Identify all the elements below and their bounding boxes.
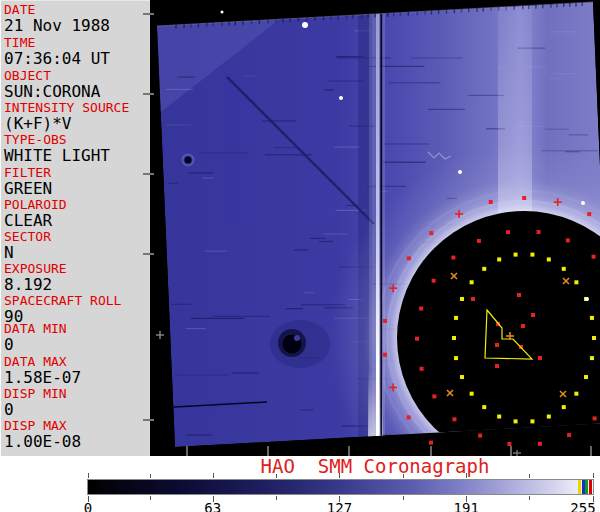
field-label: TIME	[4, 37, 150, 49]
colorbar-tick-label: 0	[84, 501, 92, 512]
field-label: DATA MAX	[4, 356, 150, 368]
field-label: DISP MIN	[4, 388, 150, 400]
field-value: 1.58E-07	[4, 370, 150, 386]
dust-spot	[185, 157, 192, 164]
field-value: WHITE LIGHT	[4, 148, 150, 164]
pylon-dark-line	[380, 0, 382, 450]
field-label: INTENSITY SOURCE	[4, 102, 150, 114]
colorbar-tick	[593, 473, 594, 478]
field-value: (K+F)*V	[4, 116, 150, 132]
field-label: TYPE-OBS	[4, 134, 150, 146]
coronagraph-image-area	[150, 0, 600, 456]
colorbar-minor-tick	[276, 496, 277, 500]
sidebar-field: EXPOSURE8.192	[4, 263, 150, 293]
field-label: DISP MAX	[4, 420, 150, 432]
sidebar-field: TYPE-OBSWHITE LIGHT	[4, 134, 150, 164]
colorbar-tick	[339, 473, 340, 478]
colorbar-minor-tick	[403, 474, 404, 478]
colorbar-tick-label: 191	[454, 501, 479, 512]
colorbar-tick-label: 127	[327, 501, 352, 512]
colorbar-minor-tick	[276, 474, 277, 478]
field-label: DATE	[4, 4, 150, 16]
colorbar-minor-tick	[529, 474, 530, 478]
field-value: CLEAR	[4, 213, 150, 229]
sidebar-field: DISP MIN0	[4, 388, 150, 418]
frame-tick	[143, 419, 154, 421]
frame-tick	[143, 13, 154, 15]
field-value: 8.192	[4, 277, 150, 293]
sidebar-field: DATE21 Nov 1988	[4, 4, 150, 34]
colorbar-tick-label: 63	[204, 501, 221, 512]
field-value: 07:36:04 UT	[4, 51, 150, 67]
sidebar-field: INTENSITY SOURCE(K+F)*V	[4, 102, 150, 132]
field-value: 1.00E-08	[4, 434, 150, 450]
sidebar-field: POLAROIDCLEAR	[4, 199, 150, 229]
colorbar-tick	[88, 473, 89, 478]
colorbar-tick-label: 255	[570, 501, 595, 512]
coronagraph-image	[150, 0, 600, 456]
sidebar-field: DISP MAX1.00E-08	[4, 420, 150, 450]
field-label: EXPOSURE	[4, 263, 150, 275]
field-label: SPACECRAFT ROLL	[4, 295, 150, 307]
colorbar-minor-tick	[403, 496, 404, 500]
colorbar-marker-stripe	[589, 480, 592, 494]
colorbar-tick	[466, 473, 467, 478]
sidebar-field: OBJECTSUN:CORONA	[4, 70, 150, 100]
colorbar-marker-stripe	[585, 480, 588, 494]
sidebar-field: DATA MIN0	[4, 323, 150, 353]
field-label: FILTER	[4, 167, 150, 179]
frame-tick	[143, 173, 154, 175]
sidebar-field: DATA MAX1.58E-07	[4, 356, 150, 386]
smm-coronagraph-viewer: DATE21 Nov 1988TIME07:36:04 UTOBJECTSUN:…	[0, 0, 600, 512]
dark-blob-notch	[294, 335, 300, 341]
field-value: 0	[4, 402, 150, 418]
field-value: 21 Nov 1988	[4, 18, 150, 34]
footer: HAO SMM Coronagraph 063127191255	[0, 456, 600, 512]
sidebar-field: TIME07:36:04 UT	[4, 37, 150, 67]
colorbar-minor-tick	[150, 496, 151, 500]
metadata-sidebar: DATE21 Nov 1988TIME07:36:04 UTOBJECTSUN:…	[0, 0, 150, 456]
field-label: DATA MIN	[4, 323, 150, 335]
colorbar	[87, 479, 594, 495]
frame-tick	[143, 253, 154, 255]
field-value: GREEN	[4, 181, 150, 197]
field-label: SECTOR	[4, 231, 150, 243]
sidebar-field: FILTERGREEN	[4, 167, 150, 197]
field-label: POLAROID	[4, 199, 150, 211]
field-value: 0	[4, 337, 150, 353]
frame-tick	[143, 93, 154, 95]
field-label: OBJECT	[4, 70, 150, 82]
colorbar-minor-tick	[150, 474, 151, 478]
sidebar-field: SECTORN	[4, 231, 150, 261]
colorbar-tick	[213, 473, 214, 478]
colorbar-minor-tick	[529, 496, 530, 500]
field-value: SUN:CORONA	[4, 84, 150, 100]
field-value: N	[4, 245, 150, 261]
colorbar-area: 063127191255	[0, 456, 600, 512]
